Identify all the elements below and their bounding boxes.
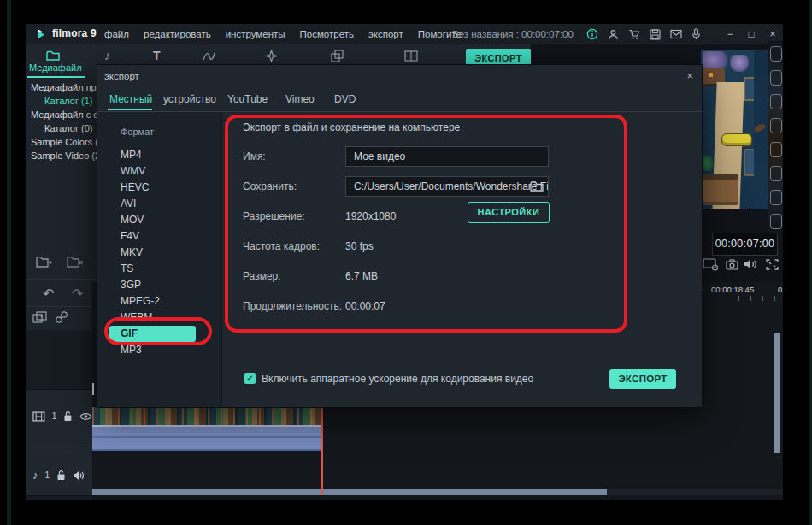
preview-art-dots — [704, 209, 750, 209]
overlay-tool-icon[interactable] — [331, 50, 344, 62]
effects-tool-icon[interactable] — [265, 50, 278, 62]
titlebar-icons — [586, 24, 701, 44]
audio-track-header: ♪ 1 — [26, 451, 92, 496]
ruler-timestamp: 00:00:18:45 — [711, 285, 754, 294]
format-item-gif-selected[interactable]: GIF — [109, 326, 196, 342]
lock-track-icon[interactable] — [56, 469, 66, 481]
preview-art-window — [709, 73, 713, 77]
text-tool-icon[interactable]: T — [153, 49, 161, 62]
tab-local[interactable]: Местный — [109, 93, 152, 105]
video-clip[interactable] — [92, 406, 322, 426]
media-tree-item[interactable]: Медиафайл пр — [31, 80, 97, 94]
delete-folder-icon[interactable] — [67, 255, 83, 268]
menu-tools[interactable]: инструменты — [226, 29, 285, 39]
format-item-f4v[interactable]: F4V — [97, 228, 221, 245]
format-item-mp3[interactable]: MP3 — [97, 342, 221, 358]
mute-track-icon[interactable] — [73, 470, 85, 481]
film-strip-overlay — [768, 41, 783, 233]
ruler-major-tick — [703, 292, 703, 301]
horizontal-scrollbar-thumb[interactable] — [92, 489, 607, 495]
undo-icon[interactable]: ↶ — [43, 286, 54, 302]
media-tree-item[interactable]: Каталог (0) — [44, 121, 97, 135]
media-tab-underline — [27, 76, 85, 78]
maximize-button[interactable]: □ — [746, 28, 756, 40]
media-tree-item-active[interactable]: Каталог (1) — [44, 94, 97, 108]
snapshot-camera-icon[interactable] — [726, 259, 738, 270]
ruler-ticks[interactable] — [703, 296, 783, 301]
film-hole — [770, 118, 782, 133]
playhead[interactable] — [321, 400, 323, 495]
save-icon[interactable] — [650, 29, 661, 40]
mail-icon[interactable] — [670, 29, 682, 39]
volume-icon[interactable] — [744, 258, 758, 270]
add-to-track-icon[interactable] — [32, 311, 47, 324]
account-icon[interactable] — [608, 29, 619, 40]
format-item-mov[interactable]: MOV — [97, 212, 221, 228]
app-logo: filmora 9 — [37, 27, 97, 39]
format-list-header: Формат — [121, 127, 154, 137]
media-tree-item[interactable]: Sample Colors ( — [31, 135, 97, 149]
hardware-acceleration-label: Включить аппаратное ускорение для кодиро… — [262, 373, 533, 385]
export-confirm-button[interactable]: ЭКСПОРТ — [609, 369, 676, 389]
tab-device[interactable]: устройство — [163, 93, 216, 105]
browse-folder-icon[interactable] — [530, 180, 544, 192]
menu-view[interactable]: Посмотреть — [300, 29, 354, 39]
filmora-app-window: filmora 9 файл редактировать инструменты… — [26, 24, 783, 500]
media-tree-item[interactable]: Sample Video (2 — [31, 149, 97, 162]
video-clip-audio-waveform[interactable] — [92, 425, 323, 451]
menubar: файл редактировать инструменты Посмотрет… — [104, 24, 462, 44]
video-track-number: 1 — [52, 411, 57, 421]
menu-file[interactable]: файл — [104, 29, 129, 39]
format-item-wmv[interactable]: WMV — [97, 163, 221, 180]
minimize-button[interactable]: − — [725, 28, 735, 40]
hardware-acceleration-checkbox[interactable]: ✓ — [244, 373, 256, 384]
vertical-scrollbar[interactable] — [774, 333, 780, 453]
format-item-mkv[interactable]: MKV — [97, 245, 221, 261]
preview-timecode: 00:00:07:00 — [712, 233, 778, 256]
format-item-webm[interactable]: WEBM — [97, 310, 221, 326]
dialog-title: экспорт — [104, 71, 139, 81]
toggle-visibility-eye-icon[interactable] — [79, 412, 92, 421]
menu-export[interactable]: экспорт — [368, 29, 403, 39]
fullscreen-icon[interactable] — [766, 259, 779, 270]
add-folder-icon[interactable] — [36, 255, 52, 268]
format-item-avi[interactable]: AVI — [97, 196, 221, 212]
tab-vimeo[interactable]: Vimeo — [285, 93, 315, 105]
format-item-hevc[interactable]: HEVC — [97, 180, 221, 196]
format-item-3gp[interactable]: 3GP — [97, 277, 221, 293]
save-path-input[interactable]: C:/Users/User/Documents/Wondershare Fil — [345, 176, 549, 197]
info-icon[interactable] — [586, 28, 598, 40]
audio-tool-icon[interactable]: ♪ — [104, 49, 111, 62]
microphone-icon[interactable] — [691, 28, 701, 40]
undo-redo-row: ↶ ↷ — [26, 282, 92, 306]
tab-youtube[interactable]: YouTube — [227, 93, 268, 105]
export-dialog: экспорт × Местный устройство YouTube Vim… — [97, 64, 703, 408]
media-tree-item[interactable]: Медиафайл с о — [31, 108, 97, 121]
transitions-tool-icon[interactable] — [203, 51, 215, 62]
menu-edit[interactable]: редактировать — [144, 29, 211, 39]
format-item-mp4[interactable]: MP4 — [97, 147, 221, 163]
display-settings-icon[interactable] — [703, 258, 719, 271]
redo-icon[interactable]: ↷ — [72, 286, 83, 302]
horizontal-scrollbar[interactable] — [92, 489, 783, 495]
ruler-major-tick — [774, 292, 774, 301]
split-screen-tool-icon[interactable] — [404, 50, 418, 62]
cart-icon[interactable] — [628, 29, 640, 40]
dialog-close-icon[interactable]: × — [686, 69, 693, 82]
settings-button[interactable]: НАСТРОЙКИ — [468, 202, 550, 223]
link-icon[interactable] — [55, 310, 68, 324]
format-item-mpeg2[interactable]: MPEG-2 — [97, 293, 221, 310]
tab-dvd[interactable]: DVD — [334, 93, 356, 105]
film-hole — [770, 190, 782, 205]
background-window-edge-left — [7, 0, 11, 525]
preview-art-bush — [701, 156, 713, 171]
name-input[interactable]: Мое видео — [345, 146, 549, 167]
format-item-ts[interactable]: TS — [97, 261, 221, 277]
tab-media-files[interactable]: Медиафайл — [29, 62, 89, 73]
media-folder-icon[interactable] — [46, 50, 61, 62]
ruler-timestamp-end: 0 — [778, 285, 782, 294]
close-window-button[interactable]: × — [768, 28, 778, 40]
framerate-value: 30 fps — [345, 240, 374, 252]
lock-track-icon[interactable] — [63, 410, 73, 422]
audio-track-icon: ♪ — [32, 469, 38, 481]
